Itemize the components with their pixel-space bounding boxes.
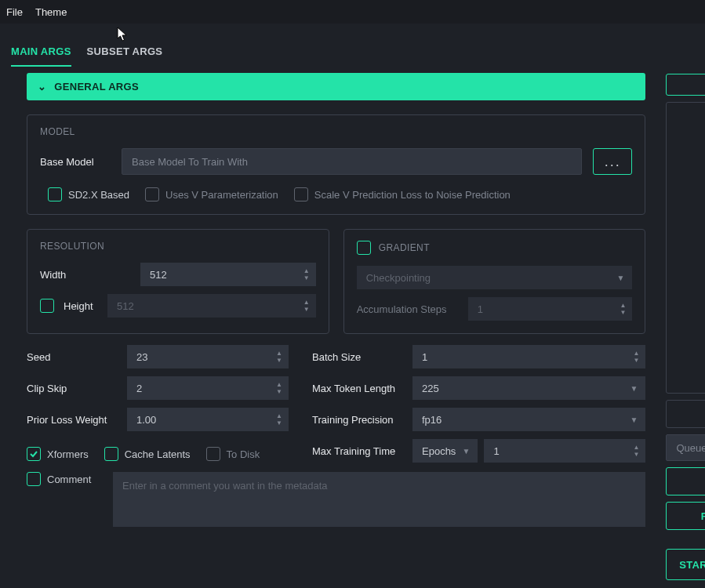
seed-down-icon[interactable]: ▼: [273, 357, 285, 364]
base-model-label: Base Model: [40, 156, 111, 168]
tab-subset-args[interactable]: SUBSET ARGS: [87, 45, 163, 67]
comment-checkbox-row[interactable]: Comment: [27, 472, 102, 486]
clip-label: Clip Skip: [27, 383, 118, 394]
precision-label: Training Precision: [312, 414, 403, 426]
resolution-title: RESOLUTION: [40, 241, 316, 252]
prior-up-icon[interactable]: ▲: [273, 412, 285, 419]
maxtrain-up-icon[interactable]: ▲: [630, 444, 642, 451]
seed-input[interactable]: [127, 345, 289, 368]
remove-button[interactable]: REMOVE: [666, 502, 705, 530]
tab-bar: MAIN ARGS SUBSET ARGS: [8, 31, 653, 73]
maxtrain-unit-value: Epochs: [422, 445, 456, 457]
resolution-card: RESOLUTION Width ▲▼ Height ▲▼: [27, 229, 329, 334]
scalev-checkbox: [294, 187, 308, 201]
caret-down-icon: ▼: [462, 447, 470, 456]
clip-input[interactable]: [127, 376, 289, 400]
todisk-label: To Disk: [227, 448, 260, 460]
batch-label: Batch Size: [312, 351, 403, 363]
clip-up-icon[interactable]: ▲: [273, 381, 285, 388]
base-model-input[interactable]: [122, 148, 582, 175]
gradient-card: GRADIENT Checkpointing ▼ Accumulation St…: [343, 229, 646, 334]
precision-value: fp16: [422, 414, 442, 426]
checkpointing-select: Checkpointing ▼: [357, 266, 633, 289]
batch-down-icon[interactable]: ▼: [630, 357, 642, 364]
chevron-down-icon: ⌄: [38, 81, 46, 93]
maxtrain-down-icon[interactable]: ▼: [630, 451, 642, 458]
batch-up-icon[interactable]: ▲: [630, 350, 642, 357]
batch-input[interactable]: [412, 345, 645, 368]
accordion-general-args[interactable]: ⌄ GENERAL ARGS: [27, 73, 645, 100]
width-label: Width: [40, 269, 131, 281]
start-training-button[interactable]: START TRAINING: [666, 549, 705, 580]
cache-checkbox-row[interactable]: Cache Latents: [104, 447, 191, 461]
height-label: Height: [64, 300, 98, 312]
app-body: MAIN ARGS SUBSET ARGS ⌄ GENERAL ARGS MOD…: [0, 24, 705, 588]
vparam-checkbox-row: Uses V Parameterization: [145, 187, 278, 201]
comment-textarea[interactable]: [113, 472, 645, 527]
prior-label: Prior Loss Weight: [27, 414, 118, 426]
sd2x-label: SD2.X Based: [68, 189, 129, 201]
seed-spinner[interactable]: ▲▼: [127, 345, 289, 368]
model-card: MODEL Base Model ... SD2.X Based Uses V …: [27, 114, 645, 215]
accum-spinner: ▲▼: [468, 297, 633, 321]
todisk-checkbox-row: To Disk: [206, 447, 260, 461]
maxtrain-unit-select[interactable]: Epochs ▼: [412, 439, 478, 463]
todisk-checkbox: [206, 447, 220, 461]
xformers-checkbox-row[interactable]: Xformers: [27, 447, 89, 461]
accordion-title: GENERAL ARGS: [54, 81, 139, 93]
height-checkbox[interactable]: [40, 299, 54, 313]
height-input: [107, 294, 316, 318]
height-down-icon: ▼: [300, 306, 313, 313]
xformers-label: Xformers: [47, 448, 89, 460]
seed-up-icon[interactable]: ▲: [273, 350, 285, 357]
main-scroll: ⌄ GENERAL ARGS MODEL Base Model ... SD2.…: [8, 73, 653, 535]
cache-checkbox[interactable]: [104, 447, 118, 461]
token-label: Max Token Length: [312, 383, 403, 394]
batch-spinner[interactable]: ▲▼: [412, 345, 645, 368]
maxtrain-spinner[interactable]: ▲▼: [484, 439, 645, 463]
sidebar-collapse-up-button[interactable]: ︿: [666, 74, 705, 96]
queue-name-input[interactable]: [666, 434, 705, 461]
menu-file[interactable]: File: [6, 6, 23, 18]
menu-theme[interactable]: Theme: [35, 6, 67, 18]
cache-label: Cache Latents: [125, 448, 191, 460]
maxtrain-input[interactable]: [484, 439, 645, 463]
tab-main-args[interactable]: MAIN ARGS: [11, 45, 71, 67]
add-button[interactable]: ADD: [666, 467, 705, 495]
clip-down-icon[interactable]: ▼: [273, 388, 285, 395]
prior-spinner[interactable]: ▲▼: [127, 408, 289, 431]
prior-down-icon[interactable]: ▼: [273, 419, 285, 426]
caret-down-icon: ▼: [616, 274, 624, 282]
token-value: 225: [422, 383, 439, 394]
height-spinner: ▲▼: [107, 294, 316, 318]
accum-label: Accumulation Steps: [357, 303, 459, 315]
model-title: MODEL: [40, 126, 632, 137]
caret-down-icon: ▼: [630, 384, 638, 393]
width-up-icon[interactable]: ▲: [300, 267, 313, 274]
base-model-browse-button[interactable]: ...: [593, 148, 632, 175]
prior-input[interactable]: [127, 408, 289, 431]
xformers-checkbox[interactable]: [27, 447, 41, 461]
sidebar-expand-down-button[interactable]: ﹀: [666, 400, 705, 428]
gradient-checkbox[interactable]: [357, 241, 371, 255]
scalev-checkbox-row: Scale V Prediction Loss to Noise Predict…: [294, 187, 511, 201]
accum-input: [468, 297, 633, 321]
queue-list[interactable]: [666, 102, 705, 394]
clip-spinner[interactable]: ▲▼: [127, 376, 289, 400]
accum-down-icon: ▼: [616, 309, 629, 316]
accum-up-icon: ▲: [616, 302, 629, 309]
precision-select[interactable]: fp16 ▼: [412, 408, 645, 431]
menu-bar: File Theme: [0, 0, 705, 24]
sd2x-checkbox[interactable]: [48, 187, 62, 201]
gradient-title: GRADIENT: [379, 242, 430, 253]
scalev-label: Scale V Prediction Loss to Noise Predict…: [314, 189, 511, 201]
width-down-icon[interactable]: ▼: [300, 274, 313, 281]
vparam-label: Uses V Parameterization: [165, 189, 278, 201]
comment-checkbox[interactable]: [27, 472, 41, 486]
width-input[interactable]: [140, 263, 316, 286]
sd2x-checkbox-row[interactable]: SD2.X Based: [48, 187, 129, 201]
width-spinner[interactable]: ▲▼: [140, 263, 316, 286]
token-select[interactable]: 225 ▼: [412, 376, 645, 400]
comment-label: Comment: [47, 474, 91, 485]
seed-label: Seed: [27, 351, 118, 363]
